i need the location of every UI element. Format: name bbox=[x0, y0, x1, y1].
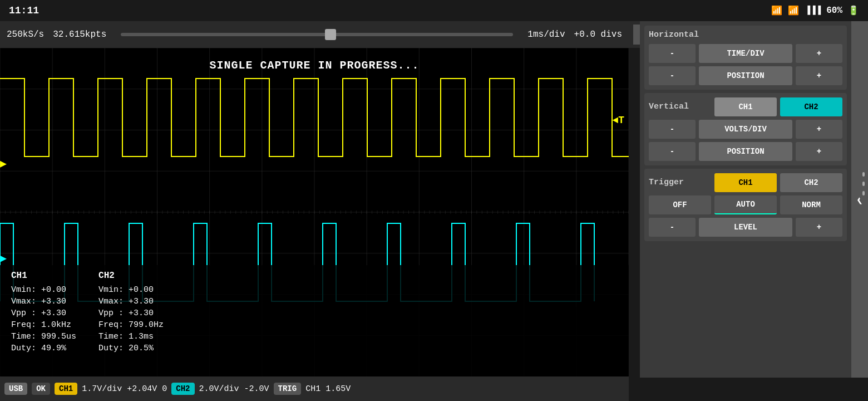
trigger-mode-row: OFF AUTO NORM bbox=[649, 195, 842, 214]
horizontal-title: Horizontal bbox=[649, 30, 842, 40]
ch1-vmin: Vmin: +0.00 bbox=[11, 285, 76, 295]
ch1-level-indicator: ▶ bbox=[0, 157, 7, 170]
volts-div-row: - VOLTS/DIV + bbox=[649, 120, 842, 139]
trigger-ch1-button[interactable]: CH1 bbox=[714, 173, 777, 192]
volts-div-minus-button[interactable]: - bbox=[649, 120, 696, 139]
time-slider-container[interactable] bbox=[115, 33, 519, 36]
h-position-minus-button[interactable]: - bbox=[649, 66, 696, 85]
time-div-row: - TIME/DIV + bbox=[649, 44, 842, 63]
ch1-stats: CH1 Vmin: +0.00 Vmax: +3.30 Vpp : +3.30 … bbox=[11, 271, 76, 371]
ch1-duty: Duty: 49.9% bbox=[11, 344, 76, 353]
volts-div-label-button[interactable]: VOLTS/DIV bbox=[699, 120, 792, 139]
ch2-info: 2.0V/div -2.0V bbox=[199, 384, 269, 394]
vertical-ch2-button[interactable]: CH2 bbox=[780, 97, 842, 116]
stats-panel: CH1 Vmin: +0.00 Vmax: +3.30 Vpp : +3.30 … bbox=[0, 265, 629, 376]
trigger-auto-button[interactable]: AUTO bbox=[714, 195, 777, 214]
wifi-icon: 📶 bbox=[771, 5, 782, 16]
ch1-time: Time: 999.5us bbox=[11, 332, 76, 341]
trigger-ch2-button[interactable]: CH2 bbox=[780, 173, 842, 192]
v-position-row: - POSITION + bbox=[649, 142, 842, 161]
trigger-level-minus-button[interactable]: - bbox=[649, 218, 696, 237]
ok-badge: OK bbox=[32, 383, 50, 395]
trig-info: CH1 1.65V bbox=[305, 384, 351, 394]
trigger-off-button[interactable]: OFF bbox=[649, 195, 711, 214]
right-control-panel: Horizontal - TIME/DIV + - POSITION + Ver… bbox=[640, 21, 851, 378]
ch2-vmin: Vmin: +0.00 bbox=[98, 285, 164, 295]
ch1-freq: Freq: 1.0kHz bbox=[11, 320, 76, 330]
v-position-minus-button[interactable]: - bbox=[649, 142, 696, 161]
ch1-badge: CH1 bbox=[55, 383, 77, 395]
vertical-title: Vertical bbox=[649, 102, 711, 111]
sample-rate: 250kS/s bbox=[7, 30, 44, 40]
vertical-section: Vertical CH1 CH2 - VOLTS/DIV + - POSITIO… bbox=[644, 93, 847, 165]
ch2-stats: CH2 Vmin: +0.00 Vmax: +3.30 Vpp : +3.30 … bbox=[98, 271, 164, 371]
ch2-vpp: Vpp : +3.30 bbox=[98, 309, 164, 318]
ch2-duty: Duty: 20.5% bbox=[98, 344, 164, 353]
vertical-ch1-button[interactable]: CH1 bbox=[714, 97, 777, 116]
v-position-label-button[interactable]: POSITION bbox=[699, 142, 792, 161]
trigger-level-plus-button[interactable]: + bbox=[796, 218, 842, 237]
ch1-stats-title: CH1 bbox=[11, 271, 76, 281]
time-div: 1ms/div bbox=[527, 30, 565, 40]
position: +0.0 divs bbox=[574, 30, 622, 40]
ch2-level-indicator: ▶ bbox=[0, 251, 7, 265]
trigger-level-row: - LEVEL + bbox=[649, 218, 842, 237]
slider-thumb[interactable] bbox=[325, 29, 336, 40]
trigger-level-label-button[interactable]: LEVEL bbox=[699, 218, 792, 237]
v-position-plus-button[interactable]: + bbox=[796, 142, 842, 161]
usb-badge: USB bbox=[4, 383, 27, 395]
trigger-indicator: ◄T bbox=[612, 115, 624, 126]
status-bar: 11:11 📶 📶 ▐▐▐ 60% 🔋 bbox=[0, 0, 868, 21]
bottom-status-bar: USB OK CH1 1.7V/div +2.04V 0 CH2 2.0V/di… bbox=[0, 376, 629, 401]
ch2-freq: Freq: 799.0Hz bbox=[98, 320, 164, 330]
h-position-plus-button[interactable]: + bbox=[796, 66, 842, 85]
ch1-vmax: Vmax: +3.30 bbox=[11, 297, 76, 306]
time-div-minus-button[interactable]: - bbox=[649, 44, 696, 63]
time-slider[interactable] bbox=[121, 33, 513, 36]
h-position-label-button[interactable]: POSITION bbox=[699, 66, 792, 85]
status-right: 📶 📶 ▐▐▐ 60% 🔋 bbox=[771, 5, 859, 16]
signal-bars: ▐▐▐ bbox=[805, 6, 821, 16]
battery-icon: 🔋 bbox=[848, 5, 859, 16]
ch2-badge: CH2 bbox=[171, 383, 194, 395]
trigger-title: Trigger bbox=[649, 178, 711, 187]
battery-display: 60% bbox=[826, 6, 842, 16]
memory-size: 32.615kpts bbox=[53, 30, 106, 40]
trigger-norm-button[interactable]: NORM bbox=[780, 195, 842, 214]
ch2-vmax: Vmax: +3.30 bbox=[98, 297, 164, 306]
h-position-row: - POSITION + bbox=[649, 66, 842, 85]
horizontal-section: Horizontal - TIME/DIV + - POSITION + bbox=[644, 26, 847, 90]
volts-div-plus-button[interactable]: + bbox=[796, 120, 842, 139]
ch1-vpp: Vpp : +3.30 bbox=[11, 309, 76, 318]
ch1-info: 1.7V/div +2.04V 0 bbox=[82, 384, 167, 394]
ch2-stats-title: CH2 bbox=[98, 271, 164, 281]
side-scroll-indicator bbox=[859, 167, 868, 200]
trigger-title-row: Trigger CH1 CH2 bbox=[649, 173, 842, 192]
vertical-title-row: Vertical CH1 CH2 bbox=[649, 97, 842, 116]
trig-badge: TRIG bbox=[274, 383, 302, 395]
cell-icon: 📶 bbox=[788, 5, 799, 16]
toolbar: 250kS/s 32.615kpts 1ms/div +0.0 divs bbox=[0, 21, 629, 48]
time-display: 11:11 bbox=[9, 5, 39, 16]
ch2-time: Time: 1.3ms bbox=[98, 332, 164, 341]
trigger-section: Trigger CH1 CH2 OFF AUTO NORM - LEVEL + bbox=[644, 169, 847, 241]
time-div-label-button[interactable]: TIME/DIV bbox=[699, 44, 792, 63]
time-div-plus-button[interactable]: + bbox=[796, 44, 842, 63]
